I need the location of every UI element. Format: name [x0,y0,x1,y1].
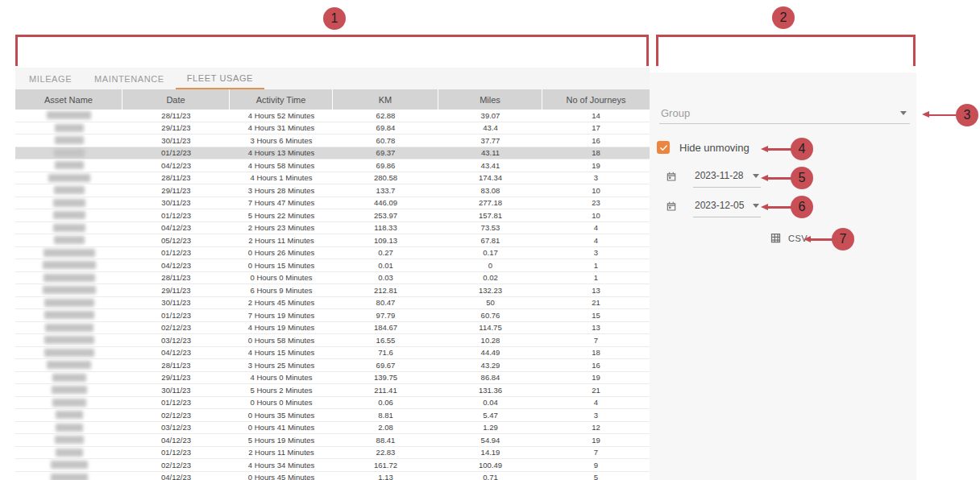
table-row[interactable]: 04/12/23 0 Hours 45 Minutes 1.13 0.71 5 [15,472,650,480]
table-row[interactable]: 02/12/23 4 Hours 19 Minutes 184.67 114.7… [15,322,650,335]
table-row[interactable]: 04/12/23 0 Hours 15 Minutes 0.01 0 1 [15,259,650,272]
km-cell: 109.13 [333,234,438,246]
activity-time-cell: 4 Hours 13 Minutes [230,147,333,159]
column-header-activity-time[interactable]: Activity Time [230,89,333,110]
date-to-row: 2023-12-05 [657,200,761,217]
table-row[interactable]: 03/12/23 0 Hours 41 Minutes 2.08 1.29 12 [15,422,650,435]
table-row[interactable]: 04/12/23 2 Hours 23 Minutes 118.33 73.53… [15,222,650,235]
filter-panel: Group Hide unmoving 2023-11-28 2023-12-0… [650,72,916,480]
miles-cell: 14.19 [438,447,542,459]
miles-cell: 114.75 [438,322,542,334]
miles-cell: 37.77 [438,134,542,147]
km-cell: 212.81 [333,284,438,296]
activity-time-cell: 4 Hours 52 Minutes [230,110,333,122]
date-cell: 01/12/23 [122,447,230,459]
table-row[interactable]: 28/11/23 0 Hours 0 Minutes 0.03 0.02 1 [15,272,650,285]
column-header-km[interactable]: KM [333,89,438,110]
table-row[interactable]: 05/12/23 2 Hours 11 Minutes 109.13 67.81… [15,234,650,247]
asset-redaction [53,211,85,219]
column-header-date[interactable]: Date [122,89,230,110]
km-cell: 1.13 [333,472,438,480]
table-row[interactable]: 01/12/23 2 Hours 11 Minutes 22.83 14.19 … [15,447,650,460]
date-cell: 04/12/23 [122,434,230,446]
table-row[interactable]: 01/12/23 0 Hours 0 Minutes 0.06 0.04 4 [15,397,650,410]
column-header-asset-name[interactable]: Asset Name [15,89,122,110]
km-cell: 97.79 [333,309,438,321]
journeys-cell: 3 [542,409,650,421]
table-row[interactable]: 28/11/23 4 Hours 1 Minutes 280.58 174.34… [15,172,650,185]
table-row[interactable]: 29/11/23 3 Hours 28 Minutes 133.7 83.08 … [15,184,650,197]
journeys-cell: 13 [542,284,650,296]
hide-unmoving-checkbox[interactable] [657,141,670,154]
table-row[interactable]: 03/12/23 0 Hours 58 Minutes 16.55 10.28 … [15,334,650,347]
asset-name-cell [15,359,122,371]
table-row[interactable]: 29/11/23 4 Hours 0 Minutes 139.75 86.84 … [15,372,650,385]
miles-cell: 39.07 [438,110,542,122]
table-row[interactable]: 01/12/23 7 Hours 19 Minutes 97.79 60.76 … [15,309,650,322]
date-cell: 02/12/23 [122,459,230,471]
date-to-picker[interactable]: 2023-12-05 [693,200,761,217]
table-row[interactable]: 30/11/23 7 Hours 47 Minutes 446.09 277.1… [15,197,650,210]
column-header-no-of-journeys[interactable]: No of Journeys [542,89,650,110]
activity-time-cell: 0 Hours 45 Minutes [230,472,333,480]
date-to-value: 2023-12-05 [695,200,744,211]
calendar-icon [666,171,677,182]
table-row[interactable]: 01/12/23 5 Hours 22 Minutes 253.97 157.8… [15,209,650,222]
miles-cell: 73.53 [438,222,542,234]
tab-mileage[interactable]: MILEAGE [18,68,83,89]
activity-time-cell: 4 Hours 58 Minutes [230,159,333,172]
miles-cell: 83.08 [438,184,542,197]
table-row[interactable]: 30/11/23 3 Hours 6 Minutes 60.78 37.77 1… [15,134,650,147]
table-row[interactable]: 04/12/23 4 Hours 58 Minutes 69.86 43.41 … [15,159,650,172]
asset-redaction [43,286,96,294]
table-row[interactable]: 29/11/23 4 Hours 31 Minutes 69.84 43.4 1… [15,122,650,135]
group-dropdown-label: Group [661,107,690,119]
journeys-cell: 4 [542,234,650,246]
table-row[interactable]: 28/11/23 3 Hours 25 Minutes 69.67 43.29 … [15,359,650,372]
asset-redaction [56,424,83,432]
table-header: Asset Name Date Activity Time KM Miles N… [15,89,650,110]
table-row[interactable]: 29/11/23 6 Hours 9 Minutes 212.81 132.23… [15,284,650,297]
activity-time-cell: 0 Hours 26 Minutes [230,247,333,259]
miles-cell: 131.36 [438,384,542,396]
table-row[interactable]: 28/11/23 4 Hours 52 Minutes 62.88 39.07 … [15,110,650,122]
table-row[interactable]: 30/11/23 5 Hours 2 Minutes 211.41 131.36… [15,384,650,397]
arrow-left-icon [804,236,811,242]
table-row[interactable]: 30/11/23 2 Hours 45 Minutes 80.47 50 21 [15,297,650,310]
table-row[interactable]: 04/12/23 5 Hours 19 Minutes 88.41 54.94 … [15,434,650,447]
asset-redaction [56,449,83,457]
activity-time-cell: 2 Hours 45 Minutes [230,297,333,309]
table-row[interactable]: 04/12/23 4 Hours 15 Minutes 71.6 44.49 1… [15,347,650,360]
column-header-miles[interactable]: Miles [438,89,542,110]
date-cell: 02/12/23 [122,322,230,334]
date-from-value: 2023-11-28 [695,170,744,181]
tab-fleet-usage[interactable]: FLEET USAGE [176,68,264,89]
tab-maintenance[interactable]: MAINTENANCE [83,68,176,89]
km-cell: 8.81 [333,409,438,421]
annotation-marker-7: 7 [832,228,854,250]
km-cell: 22.83 [333,447,438,459]
table-row[interactable]: 01/12/23 4 Hours 13 Minutes 69.37 43.11 … [15,147,650,160]
table-row[interactable]: 02/12/23 4 Hours 34 Minutes 161.72 100.4… [15,459,650,472]
export-csv-button[interactable]: CSV [770,232,808,244]
km-cell: 69.67 [333,359,438,371]
activity-time-cell: 4 Hours 1 Minutes [230,172,333,184]
date-from-picker[interactable]: 2023-11-28 [693,170,761,188]
asset-name-cell [15,147,122,159]
journeys-cell: 1 [542,272,650,284]
journeys-cell: 4 [542,397,650,409]
date-cell: 04/12/23 [122,222,230,234]
journeys-cell: 10 [542,209,650,221]
journeys-cell: 9 [542,459,650,471]
journeys-cell: 16 [542,359,650,371]
activity-time-cell: 4 Hours 31 Minutes [230,122,333,134]
miles-cell: 277.18 [438,197,542,209]
activity-time-cell: 4 Hours 19 Minutes [230,322,333,334]
asset-name-cell [15,347,122,359]
date-cell: 04/12/23 [122,159,230,172]
table-row[interactable]: 02/12/23 0 Hours 35 Minutes 8.81 5.47 3 [15,409,650,422]
journeys-cell: 7 [542,447,650,459]
group-dropdown[interactable]: Group [659,102,910,124]
miles-cell: 67.81 [438,234,542,246]
table-row[interactable]: 01/12/23 0 Hours 26 Minutes 0.27 0.17 3 [15,247,650,260]
